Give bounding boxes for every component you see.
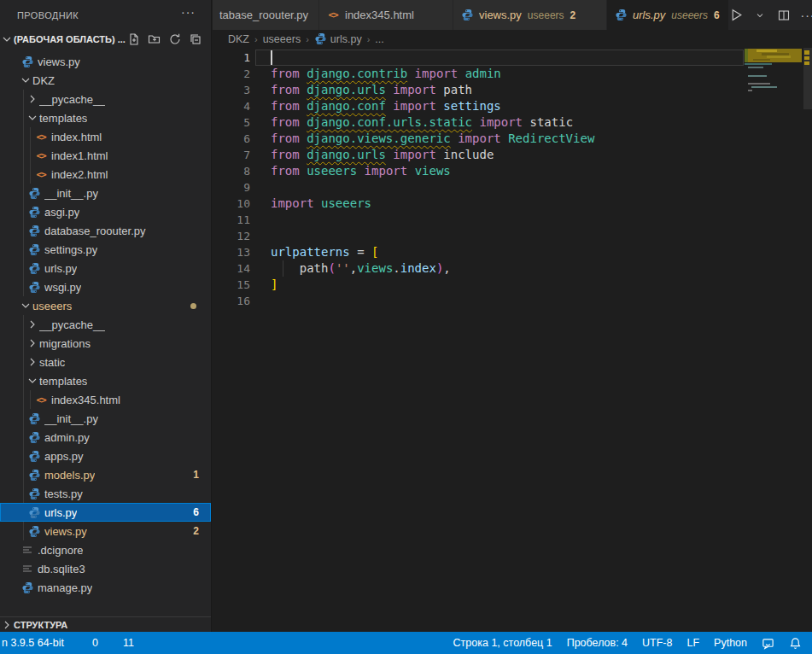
tree-file-views-py[interactable]: views.py2 — [0, 522, 211, 540]
tree-file--init-py[interactable]: __init__.py — [0, 409, 211, 428]
minimap[interactable] — [745, 48, 803, 101]
status-bar-right: Строка 1, столбец 1Пробелов: 4UTF-8LFPyt… — [453, 637, 812, 650]
code-text: from django.conf import settings — [271, 98, 501, 114]
python-icon — [28, 225, 41, 237]
status-feedback-icon[interactable] — [762, 637, 774, 650]
chevron-right-icon — [26, 355, 39, 369]
tree-file-views-py[interactable]: views.py — [0, 52, 211, 71]
tree-item-label: __init__.py — [44, 187, 98, 200]
chevron-down-icon — [19, 73, 32, 87]
tab-index345-html[interactable]: <>index345.html — [319, 0, 453, 30]
code-line-4[interactable]: 4from django.conf import settings — [213, 98, 812, 114]
explorer-title: ПРОВОДНИК — [0, 0, 211, 30]
tree-file--init-py[interactable]: __init__.py — [0, 184, 211, 202]
problems-badge: 1 — [193, 469, 199, 481]
explorer-sidebar: ПРОВОДНИК ··· (РАБОЧАЯ ОБЛАСТЬ) ... view… — [0, 0, 212, 632]
code-line-8[interactable]: 8from useeers import views — [213, 163, 812, 179]
code-line-5[interactable]: 5from django.conf.urls.static import sta… — [213, 114, 812, 131]
tab-views-py[interactable]: views.pyuseeers2 — [453, 0, 607, 30]
tree-folder--pycache-[interactable]: __pycache__ — [0, 315, 211, 334]
code-editor[interactable]: 12from django.contrib import admin3from … — [213, 48, 812, 632]
code-text: path('',views.index), — [271, 260, 451, 277]
html-icon: <> — [36, 394, 45, 406]
run-button[interactable] — [728, 8, 744, 23]
breadcrumb-item[interactable]: ... — [375, 33, 383, 45]
more-actions-button[interactable]: ··· — [800, 8, 812, 23]
tree-file-database-roouter-py[interactable]: database_roouter.py — [0, 221, 211, 240]
tree-file-asgi-py[interactable]: asgi.py — [0, 202, 211, 221]
breadcrumb-separator: › — [306, 34, 309, 44]
status-item[interactable]: LF — [686, 637, 699, 649]
workspace-section-header[interactable]: (РАБОЧАЯ ОБЛАСТЬ) ... — [0, 30, 211, 49]
tree-folder-migrations[interactable]: migrations — [0, 334, 211, 353]
code-line-11[interactable]: 11 — [213, 212, 812, 228]
code-line-2[interactable]: 2from django.contrib import admin — [213, 66, 812, 82]
breadcrumb-item[interactable]: DKZ — [228, 33, 249, 45]
code-text: from django.urls import include — [271, 147, 494, 163]
tree-folder-templates[interactable]: templates — [0, 371, 211, 390]
refresh-button[interactable] — [168, 32, 182, 46]
tree-file-index345-html[interactable]: <>index345.html — [0, 390, 211, 409]
split-editor-button[interactable] — [776, 8, 792, 23]
tree-file-apps-py[interactable]: apps.py — [0, 447, 211, 465]
tree-folder-useeers[interactable]: useeers — [0, 296, 211, 315]
run-dropdown-button[interactable] — [752, 8, 768, 23]
code-line-14[interactable]: 14 path('',views.index), — [213, 260, 812, 277]
status-bell-icon[interactable] — [789, 637, 802, 650]
code-line-15[interactable]: 15] — [213, 277, 812, 293]
status-item[interactable]: UTF-8 — [642, 637, 672, 649]
tab-urls-py[interactable]: urls.pyuseeers6✕ — [607, 0, 728, 30]
breadcrumb[interactable]: DKZ›useeers›urls.py›... — [213, 30, 812, 48]
code-line-12[interactable]: 12 — [213, 228, 812, 244]
status-item[interactable]: Python — [714, 637, 747, 649]
tree-file-models-py[interactable]: models.py1 — [0, 465, 211, 484]
breadcrumb-separator: › — [254, 34, 258, 44]
minimap-bar — [753, 59, 770, 61]
minimap-bar — [748, 75, 767, 77]
status-item[interactable]: Строка 1, столбец 1 — [453, 637, 552, 649]
editor-scrollbar[interactable] — [803, 48, 812, 109]
status-item[interactable]: Пробелов: 4 — [567, 637, 628, 649]
tree-folder--pycache-[interactable]: __pycache__ — [0, 90, 211, 108]
tree-folder-static[interactable]: static — [0, 353, 211, 371]
code-line-16[interactable]: 16 — [213, 293, 812, 309]
code-line-10[interactable]: 10import useeers — [213, 196, 812, 212]
code-line-6[interactable]: 6from django.views.generic import Redire… — [213, 131, 812, 147]
code-line-13[interactable]: 13urlpatterns = [ — [213, 244, 812, 260]
minimap-bar — [767, 55, 791, 58]
tree-item-label: useeers — [32, 300, 72, 312]
code-line-3[interactable]: 3from django.urls import path — [213, 82, 812, 98]
code-line-1[interactable]: 1 — [213, 50, 812, 66]
tree-file-index2-html[interactable]: <>index2.html — [0, 165, 211, 184]
new-file-button[interactable] — [127, 32, 141, 46]
tree-file-wsgi-py[interactable]: wsgi.py — [0, 277, 211, 296]
tree-file-manage-py[interactable]: manage.py — [0, 578, 211, 594]
outline-section-header[interactable]: СТРУКТУРА — [0, 616, 211, 632]
new-folder-button[interactable] — [148, 32, 161, 46]
tree-file-index-html[interactable]: <>index.html — [0, 127, 211, 146]
tree-file-urls-py[interactable]: urls.py — [0, 259, 211, 277]
tree-file-urls-py[interactable]: urls.py6 — [0, 503, 211, 522]
tree-file-tests-py[interactable]: tests.py — [0, 484, 211, 503]
problems-badge: 2 — [193, 525, 199, 537]
tree-folder-dkz[interactable]: DKZ — [0, 71, 211, 90]
tree-file-index1-html[interactable]: <>index1.html — [0, 146, 211, 165]
tree-item-label: templates — [39, 375, 87, 388]
problems-status[interactable]: 0 11 — [76, 637, 134, 650]
code-line-9[interactable]: 9 — [213, 179, 812, 196]
code-line-7[interactable]: 7from django.urls import include — [213, 147, 812, 163]
tree-file-db-sqlite3[interactable]: db.sqlite3 — [0, 559, 211, 578]
tree-file-settings-py[interactable]: settings.py — [0, 240, 211, 259]
tree-file--dcignore[interactable]: .dcignore — [0, 540, 211, 559]
line-number: 11 — [213, 212, 250, 228]
tree-file-admin-py[interactable]: admin.py — [0, 428, 211, 447]
breadcrumb-item[interactable]: useeers — [263, 33, 301, 45]
collapse-all-icon — [189, 32, 202, 46]
collapse-all-button[interactable] — [189, 32, 202, 46]
tab-tabase-roouter-py[interactable]: tabase_roouter.py — [213, 0, 319, 30]
explorer-more-actions-icon[interactable]: ··· — [181, 5, 196, 19]
tree-folder-templates[interactable]: templates — [0, 108, 211, 127]
tree-item-label: __pycache__ — [39, 93, 105, 106]
python-interpreter-status[interactable]: n 3.9.5 64-bit — [2, 637, 64, 649]
breadcrumb-item[interactable]: urls.py — [330, 33, 362, 45]
